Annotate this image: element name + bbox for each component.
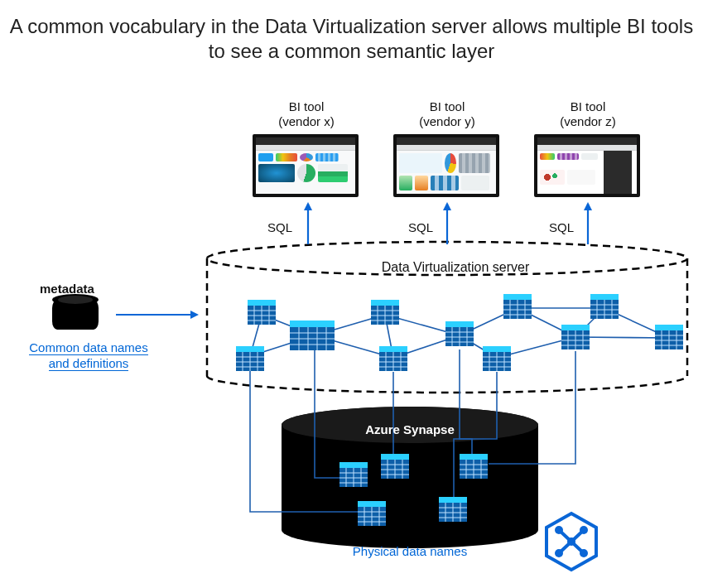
dv-server-label: Data Virtualization server bbox=[348, 260, 563, 275]
bi-tool-x-label: BI tool (vendor x) bbox=[253, 99, 360, 129]
dashboard-tile bbox=[315, 153, 339, 161]
bi-tool-z-line2: (vendor z) bbox=[560, 114, 616, 128]
svg-line-9 bbox=[315, 335, 393, 358]
dashboard-tile bbox=[540, 170, 565, 185]
monitor-toolbar bbox=[537, 145, 637, 151]
data-table-icon bbox=[590, 294, 619, 319]
dashboard-surface bbox=[537, 151, 637, 194]
data-table-icon bbox=[371, 300, 399, 325]
diagram-title: A common vocabulary in the Data Virtuali… bbox=[0, 14, 703, 64]
data-table-icon bbox=[460, 454, 488, 479]
link-part-3: and definitions bbox=[49, 356, 129, 371]
dashboard-tile bbox=[445, 153, 456, 173]
svg-line-8 bbox=[315, 315, 385, 335]
diagram-connectors-underlay bbox=[0, 0, 703, 588]
virtual-table-connectors bbox=[250, 308, 669, 358]
diagram-canvas: A common vocabulary in the Data Virtuali… bbox=[0, 0, 703, 588]
svg-point-44 bbox=[555, 549, 563, 557]
data-table-icon bbox=[655, 325, 683, 349]
dashboard-tile bbox=[581, 153, 598, 160]
monitor-titlebar bbox=[537, 137, 637, 145]
data-table-icon bbox=[236, 346, 264, 371]
monitor-titlebar bbox=[397, 137, 496, 145]
metadata-database-icon bbox=[52, 300, 99, 330]
data-table-icon bbox=[439, 497, 467, 522]
sql-label-x: SQL bbox=[267, 220, 292, 234]
data-table-icon bbox=[248, 300, 276, 325]
diagram-overlay bbox=[0, 0, 703, 588]
bi-tool-y-line1: BI tool bbox=[430, 99, 465, 113]
svg-line-14 bbox=[460, 308, 518, 335]
dashboard-tile bbox=[258, 164, 295, 182]
synapse-hexagon-icon bbox=[547, 513, 596, 570]
dashboard-tile bbox=[318, 164, 348, 182]
dashboard-surface bbox=[397, 151, 496, 193]
common-data-names-link[interactable]: Common data names and definitions bbox=[18, 340, 159, 372]
physical-tables bbox=[339, 454, 488, 526]
svg-line-11 bbox=[385, 315, 460, 335]
data-table-icon bbox=[358, 501, 386, 526]
data-table-icon bbox=[339, 462, 368, 487]
bi-tool-y-monitor bbox=[393, 134, 499, 197]
bi-tool-x-line1: BI tool bbox=[289, 99, 325, 113]
svg-line-20 bbox=[575, 337, 669, 338]
dashboard-tile bbox=[258, 153, 273, 161]
bi-tool-z-monitor bbox=[534, 134, 640, 197]
dashboard-tile bbox=[567, 170, 595, 185]
monitor-titlebar bbox=[256, 137, 355, 145]
bi-tool-y-line2: (vendor y) bbox=[419, 114, 475, 128]
dashboard-tile bbox=[461, 176, 489, 190]
svg-line-18 bbox=[575, 308, 604, 337]
data-table-icon bbox=[381, 454, 409, 479]
data-table-icon bbox=[561, 325, 590, 349]
svg-line-6 bbox=[250, 315, 262, 356]
dashboard-tile bbox=[415, 176, 428, 190]
svg-line-5 bbox=[262, 315, 315, 335]
link-part-1: Common bbox=[29, 340, 79, 355]
svg-rect-2 bbox=[282, 425, 538, 530]
data-table-icon bbox=[503, 294, 532, 319]
dashboard-surface bbox=[256, 151, 355, 185]
data-table-icon bbox=[290, 321, 335, 350]
svg-point-43 bbox=[580, 526, 588, 534]
azure-synapse-label: Azure Synapse bbox=[327, 422, 493, 436]
monitor-toolbar bbox=[397, 145, 496, 151]
sql-label-y: SQL bbox=[408, 220, 433, 234]
svg-line-19 bbox=[604, 308, 669, 338]
svg-line-12 bbox=[393, 335, 460, 358]
svg-point-46 bbox=[567, 537, 575, 546]
monitor-toolbar bbox=[256, 145, 355, 151]
dashboard-tile bbox=[431, 176, 459, 190]
svg-line-15 bbox=[518, 308, 575, 337]
sql-arrows bbox=[308, 204, 588, 244]
virtual-tables bbox=[236, 294, 683, 371]
bi-tool-z-label: BI tool (vendor z) bbox=[534, 99, 642, 129]
dashboard-tile bbox=[297, 164, 315, 182]
data-table-icon bbox=[445, 321, 474, 346]
svg-line-7 bbox=[250, 335, 315, 356]
svg-line-13 bbox=[460, 335, 497, 358]
physical-data-names-label: Physical data names bbox=[319, 544, 501, 558]
bi-tool-x-monitor bbox=[253, 134, 359, 197]
dashboard-tile bbox=[540, 153, 555, 160]
dashboard-tile bbox=[399, 153, 442, 173]
svg-point-45 bbox=[580, 549, 588, 557]
svg-point-1 bbox=[282, 512, 538, 548]
svg-point-42 bbox=[555, 526, 563, 534]
data-table-icon bbox=[379, 346, 407, 371]
bi-tool-x-line2: (vendor x) bbox=[278, 114, 335, 128]
dashboard-tile bbox=[557, 153, 579, 160]
data-table-icon bbox=[483, 346, 511, 371]
sql-label-z: SQL bbox=[549, 220, 574, 234]
svg-line-16 bbox=[497, 337, 575, 358]
dashboard-tile bbox=[300, 153, 313, 161]
dashboard-tile bbox=[399, 176, 412, 190]
dashboard-tile bbox=[459, 153, 490, 173]
svg-marker-41 bbox=[547, 513, 596, 570]
dashboard-right-panel bbox=[604, 151, 632, 194]
dashboard-left-panel bbox=[537, 151, 604, 194]
dashboard-tile bbox=[276, 153, 297, 161]
link-part-2: data names bbox=[79, 340, 148, 355]
bi-tool-y-label: BI tool (vendor y) bbox=[393, 99, 501, 129]
bi-tool-z-line1: BI tool bbox=[571, 99, 606, 113]
